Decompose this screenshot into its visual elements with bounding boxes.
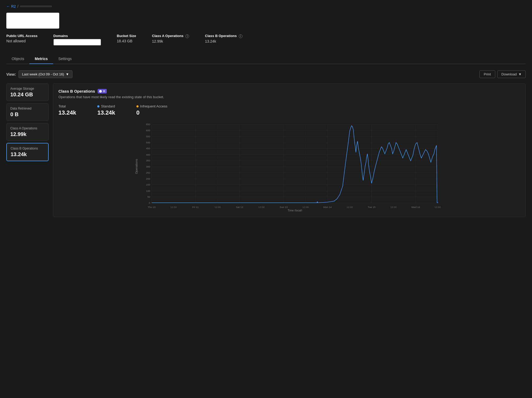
bucket-name <box>20 6 52 7</box>
chevron-down-icon-download: ▼ <box>518 72 522 76</box>
view-selector: View: Last week (Oct 09 - Oct 16) ▼ <box>6 70 72 78</box>
avg-storage-value: 10.24 GB <box>10 92 45 98</box>
x-axis-labels: Thu 10 12:00 Fri 11 12:00 Sat 12 12:00 S… <box>148 206 441 211</box>
class-a-label: Class A Operations i <box>152 34 189 38</box>
svg-text:Thu 10: Thu 10 <box>148 206 156 209</box>
domains-label: Domains <box>53 34 101 38</box>
bucket-logo <box>6 13 59 29</box>
svg-text:0: 0 <box>149 201 150 204</box>
data-point-small <box>317 202 318 203</box>
svg-text:12:00: 12:00 <box>390 206 397 209</box>
y-axis-label: Operations <box>135 159 138 174</box>
bucket-size-value: 18.43 GB <box>117 39 132 43</box>
svg-text:100: 100 <box>146 189 150 192</box>
standard-value: 13.24k <box>97 109 115 116</box>
chart-svg: Operations 0 50 100 150 200 <box>58 121 520 211</box>
infrequent-label: Infrequent Access <box>136 104 167 108</box>
bucket-meta: Public URL Access Not allowed Domains Bu… <box>6 34 526 46</box>
standard-dot <box>97 105 99 107</box>
toolbar: View: Last week (Oct 09 - Oct 16) ▼ Prin… <box>6 70 526 78</box>
class-a-info-icon[interactable]: i <box>185 34 189 38</box>
class-b-stat-label: Class B Operations <box>11 147 44 150</box>
download-button[interactable]: Download ▼ <box>497 70 526 78</box>
svg-text:550: 550 <box>146 135 150 138</box>
left-panel: Average Storage 10.24 GB Data Retrieved … <box>6 83 49 217</box>
stat-avg-storage[interactable]: Average Storage 10.24 GB <box>6 83 49 101</box>
svg-text:Wed 16: Wed 16 <box>411 206 420 209</box>
chart-line <box>152 126 438 203</box>
svg-text:650: 650 <box>146 123 150 126</box>
svg-text:12:00: 12:00 <box>346 206 353 209</box>
chart-title: Class B Operations <box>58 89 95 93</box>
chart-stat-standard: Standard 13.24k <box>97 104 115 116</box>
tab-metrics[interactable]: Metrics <box>29 54 53 64</box>
svg-text:Mon 14: Mon 14 <box>323 206 332 209</box>
chart-description: Operations that have most likely read th… <box>58 95 520 99</box>
total-value: 13.24k <box>58 109 76 116</box>
stat-data-retrieved[interactable]: Data Retrieved 0 B <box>6 103 49 121</box>
domains: Domains <box>53 34 101 46</box>
chevron-down-icon: ▼ <box>66 72 69 76</box>
toggle-icon: ⊞ <box>103 89 105 93</box>
class-a-stat-value: 12.99k <box>10 131 45 137</box>
class-b-info-icon[interactable]: i <box>239 34 242 38</box>
class-b-label: Class B Operations i <box>205 34 242 38</box>
svg-text:350: 350 <box>146 159 150 162</box>
back-link[interactable]: ← R2 <box>6 4 16 8</box>
vertical-gridlines <box>152 124 438 203</box>
svg-text:12:00: 12:00 <box>258 206 265 209</box>
avg-storage-label: Average Storage <box>10 87 45 91</box>
bucket-size: Bucket Size 18.43 GB <box>117 34 136 43</box>
chart-header: Class B Operations ⊞ <box>58 89 520 93</box>
svg-text:12:00: 12:00 <box>302 206 309 209</box>
svg-text:12:00: 12:00 <box>434 206 441 209</box>
view-label: View: <box>6 72 16 76</box>
breadcrumb-separator: / <box>17 4 19 8</box>
svg-text:450: 450 <box>146 147 150 150</box>
class-b-value: 13.24k <box>205 39 216 43</box>
svg-text:50: 50 <box>147 195 150 198</box>
svg-text:Fri 11: Fri 11 <box>192 206 199 209</box>
stat-class-a[interactable]: Class A Operations 12.99k <box>6 123 49 141</box>
chart-stat-infrequent: Infrequent Access 0 <box>136 104 167 116</box>
domains-input[interactable] <box>53 39 101 46</box>
svg-text:12:00: 12:00 <box>214 206 221 209</box>
class-a-stat-label: Class A Operations <box>10 126 45 130</box>
svg-text:12:00: 12:00 <box>170 206 177 209</box>
svg-text:500: 500 <box>146 141 150 144</box>
content-area: Average Storage 10.24 GB Data Retrieved … <box>6 83 526 217</box>
print-button[interactable]: Print <box>479 70 496 78</box>
chart-area: Operations 0 50 100 150 200 <box>58 121 520 211</box>
tabs: Objects Metrics Settings <box>6 54 526 64</box>
svg-text:200: 200 <box>146 177 150 180</box>
tab-objects[interactable]: Objects <box>6 54 29 64</box>
svg-text:Time (local): Time (local) <box>288 209 302 211</box>
standard-label: Standard <box>97 104 115 108</box>
toggle-circle <box>99 90 102 93</box>
stat-class-b[interactable]: Class B Operations 13.24k <box>6 143 49 161</box>
svg-text:Tue 15: Tue 15 <box>368 206 375 209</box>
class-b-operations-meta: Class B Operations i 13.24k <box>205 34 242 43</box>
view-dropdown[interactable]: Last week (Oct 09 - Oct 16) ▼ <box>19 70 72 78</box>
chart-stat-total: Total 13.24k <box>58 104 76 116</box>
class-a-operations-meta: Class A Operations i 12.99k <box>152 34 189 43</box>
svg-text:Sun 13: Sun 13 <box>280 206 288 209</box>
class-a-value: 12.99k <box>152 39 163 43</box>
toolbar-actions: Print Download ▼ <box>479 70 526 78</box>
toggle-button[interactable]: ⊞ <box>98 89 107 93</box>
grid-lines: 0 50 100 150 200 250 300 350 <box>146 123 438 205</box>
tab-settings[interactable]: Settings <box>53 54 77 64</box>
svg-text:250: 250 <box>146 171 150 174</box>
svg-text:Sat 12: Sat 12 <box>236 206 243 209</box>
class-b-stat-value: 13.24k <box>11 151 44 157</box>
public-url-value: Not allowed <box>6 39 26 43</box>
infrequent-dot <box>136 105 139 107</box>
svg-text:400: 400 <box>146 153 150 156</box>
svg-text:600: 600 <box>146 129 150 132</box>
chart-panel: Class B Operations ⊞ Operations that hav… <box>53 83 526 217</box>
public-url-label: Public URL Access <box>6 34 38 38</box>
svg-text:300: 300 <box>146 165 150 168</box>
svg-text:150: 150 <box>146 183 150 186</box>
public-url-access: Public URL Access Not allowed <box>6 34 38 43</box>
total-label: Total <box>58 104 76 108</box>
